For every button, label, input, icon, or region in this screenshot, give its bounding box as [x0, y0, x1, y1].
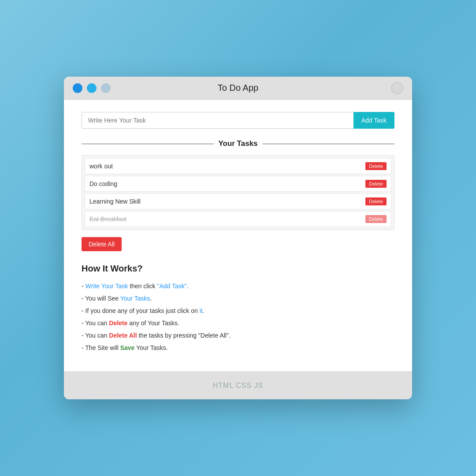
maximize-icon[interactable] [101, 83, 111, 93]
close-icon[interactable] [73, 83, 82, 93]
tasks-header: Your Tasks [82, 139, 394, 148]
delete-task-button[interactable]: Delete [365, 162, 387, 170]
task-text: Do coding [89, 180, 117, 187]
task-input[interactable] [82, 112, 353, 129]
footer: HTML CSS JS [64, 372, 412, 399]
task-text: Learning New Skill [89, 198, 141, 205]
task-text: work out [89, 163, 113, 170]
footer-text: HTML CSS JS [213, 382, 263, 389]
how-step-5: - You can Delete All the tasks by pressi… [82, 329, 394, 342]
how-step-2: - You will See Your Tasks. [82, 292, 394, 305]
how-it-works-section: How It Works? - Write Your Task then cli… [82, 264, 394, 354]
minimize-icon[interactable] [87, 83, 97, 93]
task-item[interactable]: work out Delete [85, 158, 391, 174]
traffic-lights [73, 83, 111, 93]
delete-task-button[interactable]: Delete [365, 197, 387, 205]
titlebar: To Do App [64, 77, 412, 100]
delete-task-button[interactable]: Delete [365, 180, 387, 188]
task-input-row: Add Task [82, 112, 394, 129]
how-step-1: - Write Your Task then click "Add Task". [82, 280, 394, 292]
how-step-3: - If you done any of your tasks just cli… [82, 305, 394, 317]
tasks-list: work out Delete Do coding Delete Learnin… [82, 155, 394, 230]
how-step-6: - The Site will Save Your Tasks. [82, 342, 394, 354]
task-item[interactable]: Learning New Skill Delete [85, 193, 391, 209]
delete-task-button[interactable]: Delete [365, 215, 387, 223]
tasks-divider-right [262, 144, 394, 144]
delete-all-button[interactable]: Delete All [82, 237, 122, 251]
window-title: To Do App [218, 83, 258, 93]
how-list: - Write Your Task then click "Add Task".… [82, 280, 394, 354]
task-item[interactable]: Eat Breakfast Delete [85, 211, 391, 227]
tasks-divider-left [82, 144, 214, 144]
task-text: Eat Breakfast [89, 216, 126, 223]
how-title: How It Works? [82, 264, 394, 274]
window-button[interactable] [391, 82, 403, 94]
tasks-section-title: Your Tasks [218, 139, 257, 148]
add-task-button[interactable]: Add Task [353, 112, 394, 129]
how-step-4: - You can Delete any of Your Tasks. [82, 317, 394, 329]
app-window: To Do App Add Task Your Tasks work out D… [64, 77, 412, 399]
main-content: Add Task Your Tasks work out Delete Do c… [64, 100, 412, 372]
task-item[interactable]: Do coding Delete [85, 176, 391, 192]
